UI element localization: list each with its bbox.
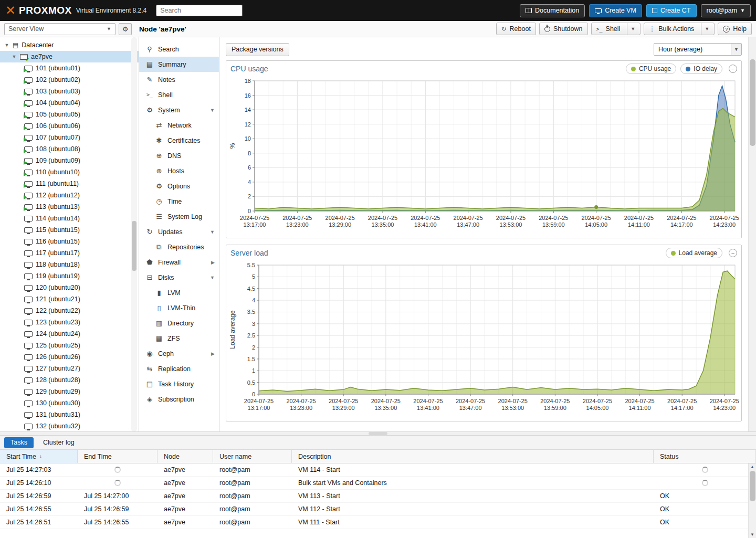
collapse-caret-icon[interactable]: ▼	[12, 54, 17, 59]
splitter-handle[interactable]	[369, 432, 387, 435]
tree-item-vm[interactable]: 122 (ubuntu22)	[0, 305, 139, 317]
nav-item-hosts[interactable]: ⊕Hosts	[139, 163, 219, 178]
timeframe-select[interactable]: Hour (average) ▼	[654, 43, 742, 56]
task-row[interactable]: Jul 25 14:26:10ae7pveroot@pamBulk start …	[0, 477, 756, 490]
content-scrollbar[interactable]	[748, 37, 756, 431]
nav-item-options[interactable]: ⚙Options	[139, 178, 219, 194]
nav-item-zfs[interactable]: ▦ZFS	[139, 331, 219, 346]
collapse-caret-icon[interactable]: ▼	[4, 43, 9, 48]
task-row[interactable]: Jul 25 14:26:59Jul 25 14:27:00ae7pveroot…	[0, 490, 756, 503]
tree-item-vm[interactable]: 107 (ubuntu07)	[0, 132, 139, 143]
reboot-button[interactable]: ↻ Reboot	[496, 23, 536, 35]
tree-item-vm[interactable]: 113 (ubuntu13)	[0, 201, 139, 213]
bulk-actions-dropdown-trigger[interactable]: ▼	[701, 23, 709, 35]
tree-item-vm[interactable]: 124 (ubuntu24)	[0, 328, 139, 340]
tree-item-datacenter[interactable]: ▼ ▤ Datacenter	[0, 39, 139, 51]
nav-item-network[interactable]: ⇄Network	[139, 118, 219, 133]
tab-tasks[interactable]: Tasks	[4, 437, 34, 448]
header-cell-node[interactable]: Node	[158, 450, 213, 463]
scroll-up-icon[interactable]: ▲	[749, 465, 756, 469]
nav-item-disks[interactable]: ⊟Disks▼	[139, 270, 219, 285]
nav-item-repositories[interactable]: ⧉Repositories	[139, 239, 219, 255]
header-cell-start-time[interactable]: Start Time↓	[0, 450, 78, 463]
tree-item-vm[interactable]: 125 (ubuntu25)	[0, 340, 139, 351]
tree-item-vm[interactable]: 105 (ubuntu05)	[0, 109, 139, 120]
nav-item-time[interactable]: ◷Time	[139, 194, 219, 209]
header-cell-status[interactable]: Status	[654, 450, 756, 463]
tasks-scrollbar[interactable]: ▲ ▼	[748, 463, 756, 538]
nav-item-subscription[interactable]: ◈Subscription	[139, 392, 219, 407]
tree-item-vm[interactable]: 116 (ubuntu15)	[0, 236, 139, 247]
legend-pill-load-average[interactable]: Load average	[666, 248, 722, 258]
task-row[interactable]: Jul 25 14:26:55Jul 25 14:26:59ae7pveroot…	[0, 503, 756, 516]
tree-item-vm[interactable]: 128 (ubuntu28)	[0, 374, 139, 386]
header-cell-user-name[interactable]: User name	[213, 450, 292, 463]
nav-item-ceph[interactable]: ◉Ceph▶	[139, 346, 219, 361]
view-gear-button[interactable]: ⚙	[119, 23, 132, 35]
help-button[interactable]: ? Help	[718, 23, 752, 35]
tree-item-vm[interactable]: 106 (ubuntu06)	[0, 120, 139, 132]
nav-item-notes[interactable]: ✎Notes	[139, 72, 219, 87]
view-selector[interactable]: Server View ▼	[4, 23, 116, 35]
scroll-down-icon[interactable]: ▼	[749, 532, 756, 537]
tree-item-vm[interactable]: 123 (ubuntu23)	[0, 317, 139, 328]
tree-item-vm[interactable]: 132 (ubuntu32)	[0, 420, 139, 431]
tree-item-vm[interactable]: 104 (ubuntu04)	[0, 97, 139, 109]
package-versions-button[interactable]: Package versions	[226, 43, 289, 56]
documentation-button[interactable]: Documentation	[520, 4, 585, 17]
tree-item-vm[interactable]: 115 (ubuntu15)	[0, 224, 139, 236]
nav-item-task-history[interactable]: ▤Task History	[139, 376, 219, 392]
tree-item-vm[interactable]: 119 (ubuntu19)	[0, 270, 139, 282]
nav-item-replication[interactable]: ⇆Replication	[139, 361, 219, 376]
create-vm-button[interactable]: Create VM	[589, 4, 642, 17]
nav-item-shell[interactable]: >_Shell	[139, 87, 219, 102]
task-row[interactable]: Jul 25 14:26:51Jul 25 14:26:55ae7pveroot…	[0, 516, 756, 529]
tree-item-node[interactable]: ▼ ae7pve	[0, 51, 139, 62]
tree-item-vm[interactable]: 109 (ubuntu09)	[0, 155, 139, 166]
tree-item-vm[interactable]: 129 (ubuntu29)	[0, 386, 139, 397]
header-cell-description[interactable]: Description	[292, 450, 654, 463]
tree-item-vm[interactable]: 111 (ubuntu11)	[0, 178, 139, 189]
nav-item-dns[interactable]: ⊕DNS	[139, 148, 219, 163]
shell-button[interactable]: >_ Shell ▼	[591, 23, 641, 35]
header-search-input[interactable]	[156, 5, 243, 16]
tree-scrollbar[interactable]	[131, 37, 137, 431]
scrollbar-thumb[interactable]	[750, 471, 755, 501]
tree-item-vm[interactable]: 118 (ubuntu18)	[0, 259, 139, 270]
nav-item-summary[interactable]: ▤Summary	[139, 57, 219, 72]
bulk-actions-button[interactable]: ⋮ Bulk Actions ▼	[644, 23, 715, 35]
tab-cluster-log[interactable]: Cluster log	[37, 437, 81, 448]
tree-item-vm[interactable]: 101 (ubuntu01)	[0, 62, 139, 74]
collapse-icon[interactable]: −	[729, 249, 737, 257]
nav-item-system-log[interactable]: ☰System Log	[139, 209, 219, 224]
create-ct-button[interactable]: Create CT	[646, 4, 697, 17]
shell-dropdown-trigger[interactable]: ▼	[627, 23, 635, 35]
user-menu-button[interactable]: root@pam ▼	[701, 4, 751, 17]
shutdown-button[interactable]: Shutdown	[539, 23, 588, 35]
tree-item-vm[interactable]: 126 (ubuntu26)	[0, 351, 139, 363]
scrollbar-thumb[interactable]	[750, 59, 755, 146]
tree-item-vm[interactable]: 102 (ubuntu02)	[0, 74, 139, 86]
panel-splitter[interactable]	[0, 431, 756, 436]
tree-item-vm[interactable]: 131 (ubuntu31)	[0, 409, 139, 420]
nav-item-lvm-thin[interactable]: ▯LVM-Thin	[139, 300, 219, 315]
legend-pill-io-delay[interactable]: IO delay	[680, 64, 722, 74]
task-row[interactable]: Jul 25 14:27:03ae7pveroot@pamVM 114 - St…	[0, 463, 756, 477]
nav-item-search[interactable]: ⚲Search	[139, 41, 219, 57]
tree-item-vm[interactable]: 120 (ubuntu20)	[0, 282, 139, 293]
legend-pill-cpu-usage[interactable]: CPU usage	[626, 64, 676, 74]
tree-item-vm[interactable]: 108 (ubuntu08)	[0, 143, 139, 155]
nav-item-directory[interactable]: ▥Directory	[139, 315, 219, 331]
nav-item-certificates[interactable]: ✱Certificates	[139, 133, 219, 148]
tree-item-vm[interactable]: 117 (ubuntu17)	[0, 247, 139, 259]
tree-item-vm[interactable]: 110 (ubuntu10)	[0, 166, 139, 178]
header-cell-end-time[interactable]: End Time	[78, 450, 158, 463]
tree-item-vm[interactable]: 121 (ubuntu21)	[0, 293, 139, 305]
nav-item-firewall[interactable]: ⬟Firewall▶	[139, 255, 219, 270]
scrollbar-thumb[interactable]	[132, 221, 136, 271]
nav-item-lvm[interactable]: ▮LVM	[139, 285, 219, 300]
tree-item-vm[interactable]: 114 (ubuntu14)	[0, 213, 139, 224]
tree-item-vm[interactable]: 112 (ubuntu12)	[0, 189, 139, 201]
nav-item-system[interactable]: ⚙System▼	[139, 102, 219, 118]
nav-item-updates[interactable]: ↻Updates▼	[139, 224, 219, 239]
